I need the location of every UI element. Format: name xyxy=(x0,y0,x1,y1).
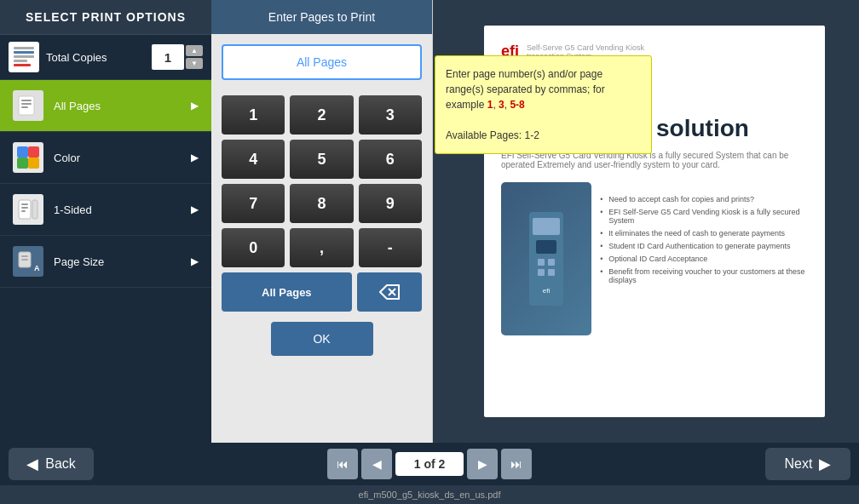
keypad-number-grid: 1 2 3 4 5 6 7 8 9 0 , - xyxy=(211,90,432,272)
page-indicator: 1 of 2 xyxy=(395,452,464,476)
sidebar-title: SELECT PRINT OPTIONS xyxy=(0,0,211,35)
svg-rect-5 xyxy=(538,269,545,276)
svg-rect-1 xyxy=(533,218,560,235)
copies-up-button[interactable]: ▲ xyxy=(186,45,203,56)
page-size-icon: A xyxy=(13,246,43,277)
page-first-button[interactable]: ⏮ xyxy=(327,449,358,479)
svg-rect-15 xyxy=(21,103,32,105)
svg-rect-12 xyxy=(14,64,31,66)
svg-rect-16 xyxy=(21,106,28,108)
svg-rect-2 xyxy=(536,240,556,254)
sidebar-item-all-pages[interactable]: All Pages ▶ xyxy=(0,80,211,132)
svg-rect-13 xyxy=(19,96,34,115)
svg-rect-23 xyxy=(21,207,28,209)
all-pages-chevron-icon: ▶ xyxy=(191,100,199,112)
page-last-button[interactable]: ⏭ xyxy=(501,449,532,479)
keypad-dialog: Enter Pages to Print All Pages 1 2 3 4 5… xyxy=(211,0,433,461)
all-pages-label: All Pages xyxy=(54,100,191,112)
back-icon: ◀ xyxy=(26,455,38,473)
keypad-btn-3[interactable]: 3 xyxy=(359,95,422,135)
back-button[interactable]: ◀ Back xyxy=(9,448,94,480)
svg-rect-6 xyxy=(548,269,555,276)
svg-rect-17 xyxy=(17,146,28,158)
svg-rect-20 xyxy=(28,158,39,169)
page-next-button[interactable]: ▶ xyxy=(467,449,498,479)
svg-rect-3 xyxy=(538,259,545,266)
sidebar-item-page-size[interactable]: A Page Size ▶ xyxy=(0,236,211,288)
color-chevron-icon: ▶ xyxy=(191,152,199,163)
next-button[interactable]: Next ▶ xyxy=(765,448,850,480)
one-sided-label: 1-Sided xyxy=(54,203,191,216)
svg-rect-27 xyxy=(21,255,28,257)
device-image: efi xyxy=(501,182,591,335)
page-size-chevron-icon: ▶ xyxy=(191,255,199,267)
svg-rect-10 xyxy=(14,55,34,58)
sidebar-item-total-copies: Total Copies 1 ▲ ▼ xyxy=(0,35,211,80)
keypad-display: All Pages xyxy=(222,44,422,80)
total-copies-icon xyxy=(9,42,39,72)
total-copies-label: Total Copies xyxy=(46,51,145,64)
one-sided-icon xyxy=(13,194,43,225)
svg-text:efi: efi xyxy=(543,287,551,295)
keypad-btn-0[interactable]: 0 xyxy=(222,228,285,267)
tooltip-highlight-2: 3 xyxy=(499,99,504,111)
bottom-bar: ◀ Back ⏮ ◀ 1 of 2 ▶ ⏭ Next ▶ xyxy=(0,443,859,485)
svg-rect-24 xyxy=(21,210,26,212)
keypad-btn-1[interactable]: 1 xyxy=(222,95,285,135)
preview-bullets: Need to accept cash for copies and print… xyxy=(600,195,808,335)
svg-rect-25 xyxy=(32,200,37,219)
page-prev-button[interactable]: ◀ xyxy=(361,449,392,479)
keypad-btn-dash[interactable]: - xyxy=(359,228,422,267)
next-icon: ▶ xyxy=(819,455,831,473)
tooltip-highlight-3: 5-8 xyxy=(510,99,524,111)
keypad-btn-9[interactable]: 9 xyxy=(359,184,422,223)
keypad-btn-8[interactable]: 8 xyxy=(290,184,353,223)
sidebar-item-one-sided[interactable]: 1-Sided ▶ xyxy=(0,184,211,236)
svg-rect-28 xyxy=(21,259,28,261)
keypad-header: Enter Pages to Print xyxy=(211,0,432,34)
color-icon xyxy=(13,142,43,173)
keypad-btn-6[interactable]: 6 xyxy=(359,140,422,179)
filename-text: efi_m500_g5_kiosk_ds_en_us.pdf xyxy=(359,490,501,500)
keypad-btn-comma[interactable]: , xyxy=(290,228,353,267)
filename-bar: efi_m500_g5_kiosk_ds_en_us.pdf xyxy=(0,485,859,504)
keypad-btn-4[interactable]: 4 xyxy=(222,140,285,179)
tooltip-text1: Enter page number(s) and/or page range(s… xyxy=(446,68,605,111)
svg-rect-9 xyxy=(14,51,34,54)
back-label: Back xyxy=(45,456,76,472)
keypad-ok-button[interactable]: OK xyxy=(271,322,373,356)
copies-down-button[interactable]: ▼ xyxy=(186,58,203,69)
svg-rect-14 xyxy=(21,100,32,101)
keypad-btn-2[interactable]: 2 xyxy=(290,95,353,135)
keypad-btn-5[interactable]: 5 xyxy=(290,140,353,179)
page-current: 1 xyxy=(414,457,421,471)
keypad-btn-7[interactable]: 7 xyxy=(222,184,285,223)
keypad-all-pages-button[interactable]: All Pages xyxy=(222,272,352,312)
svg-text:A: A xyxy=(34,264,40,272)
keypad-bottom-row: All Pages xyxy=(211,272,432,317)
one-sided-chevron-icon: ▶ xyxy=(191,203,199,215)
page-size-label: Page Size xyxy=(54,255,191,268)
next-label: Next xyxy=(785,456,813,472)
copies-spinner: 1 ▲ ▼ xyxy=(152,44,203,70)
tooltip-available-label: Available Pages: xyxy=(446,129,525,141)
sidebar: SELECT PRINT OPTIONS Total Copies 1 ▲ ▼ xyxy=(0,0,211,461)
svg-rect-22 xyxy=(21,203,28,205)
svg-rect-21 xyxy=(19,200,31,219)
svg-rect-18 xyxy=(28,146,39,158)
keypad-ok-section: OK xyxy=(222,322,422,356)
svg-rect-19 xyxy=(17,158,28,169)
svg-rect-4 xyxy=(548,259,555,266)
keypad-backspace-button[interactable] xyxy=(357,272,422,312)
svg-rect-8 xyxy=(14,47,34,49)
tooltip-available-value: 1-2 xyxy=(525,129,539,141)
color-label: Color xyxy=(54,152,191,164)
pages-tooltip: Enter page number(s) and/or page range(s… xyxy=(435,55,652,154)
sidebar-item-color[interactable]: Color ▶ xyxy=(0,132,211,184)
all-pages-icon xyxy=(13,90,43,121)
page-of: of 2 xyxy=(421,457,446,471)
svg-rect-11 xyxy=(14,60,27,62)
pagination-controls: ⏮ ◀ 1 of 2 ▶ ⏭ xyxy=(327,449,532,479)
copies-value: 1 xyxy=(152,44,184,70)
